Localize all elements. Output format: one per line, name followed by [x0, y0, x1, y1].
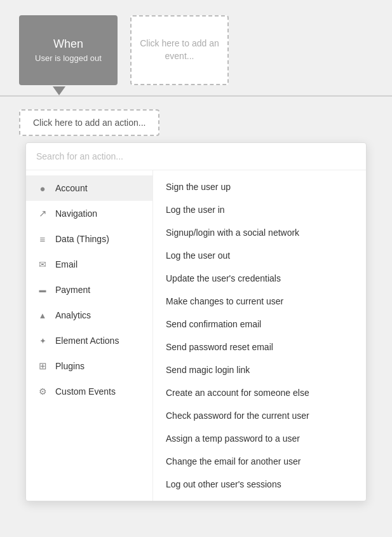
- action-item[interactable]: Log the user out: [153, 244, 366, 267]
- action-item[interactable]: Change the email for another user: [153, 450, 366, 473]
- category-label: Payment: [55, 285, 90, 295]
- category-label: Data (Things): [55, 234, 109, 244]
- when-sub-label: User is logged out: [35, 53, 102, 63]
- arrow-container: [0, 86, 392, 95]
- action-item[interactable]: Make changes to current user: [153, 290, 366, 313]
- element-icon: [36, 334, 49, 347]
- arrow-down-icon: [53, 86, 65, 95]
- action-item[interactable]: Log out other user's sessions: [153, 473, 366, 496]
- action-item[interactable]: Send password reset email: [153, 336, 366, 358]
- add-event-block[interactable]: Click here to add an event...: [130, 15, 229, 85]
- add-action-block[interactable]: Click here to add an action...: [19, 109, 159, 136]
- category-item-element-actions[interactable]: Element Actions: [26, 328, 152, 353]
- action-item[interactable]: Signup/login with a social network: [153, 221, 366, 244]
- category-label: Account: [55, 183, 88, 193]
- category-label: Navigation: [55, 208, 97, 219]
- action-item[interactable]: Check password for the current user: [153, 404, 366, 427]
- when-label: When: [53, 37, 83, 51]
- category-item-data[interactable]: Data (Things): [26, 226, 152, 252]
- category-label: Element Actions: [55, 336, 119, 346]
- category-list: Account Navigation Data (Things) Email P…: [26, 170, 153, 501]
- category-label: Email: [55, 259, 78, 269]
- data-icon: [36, 233, 49, 245]
- action-area: Click here to add an action... Account N…: [0, 97, 392, 501]
- action-item[interactable]: Assign a temp password to a user: [153, 427, 366, 450]
- action-item[interactable]: Update the user's credentials: [153, 267, 366, 290]
- category-item-plugins[interactable]: Plugins: [26, 353, 152, 379]
- plugins-icon: [36, 360, 49, 372]
- category-item-navigation[interactable]: Navigation: [26, 201, 152, 226]
- category-item-analytics[interactable]: Analytics: [26, 302, 152, 328]
- payment-icon: [36, 283, 49, 296]
- add-action-label: Click here to add an action...: [33, 118, 145, 128]
- dropdown-content: Account Navigation Data (Things) Email P…: [26, 170, 366, 501]
- action-item[interactable]: Send magic login link: [153, 358, 366, 381]
- category-item-custom-events[interactable]: Custom Events: [26, 379, 152, 404]
- canvas-area: When User is logged out Click here to ad…: [0, 0, 392, 85]
- category-label: Custom Events: [55, 386, 116, 397]
- action-item[interactable]: Log the user in: [153, 198, 366, 221]
- category-item-email[interactable]: Email: [26, 252, 152, 277]
- analytics-icon: [36, 309, 49, 322]
- category-item-account[interactable]: Account: [26, 175, 152, 201]
- add-event-label: Click here to add an event...: [132, 31, 227, 69]
- actions-list: Sign the user upLog the user inSignup/lo…: [153, 170, 366, 501]
- navigation-icon: [36, 207, 49, 220]
- email-icon: [36, 258, 49, 271]
- category-item-payment[interactable]: Payment: [26, 277, 152, 302]
- action-item[interactable]: Send confirmation email: [153, 313, 366, 336]
- category-label: Plugins: [55, 361, 84, 371]
- action-item[interactable]: Create an account for someone else: [153, 381, 366, 404]
- search-input[interactable]: [36, 151, 356, 161]
- dropdown-panel: Account Navigation Data (Things) Email P…: [25, 142, 367, 501]
- when-block: When User is logged out: [19, 15, 118, 85]
- custom-icon: [36, 385, 49, 398]
- action-item[interactable]: Sign the user up: [153, 175, 366, 198]
- search-bar: [26, 143, 366, 170]
- account-icon: [36, 182, 49, 194]
- category-label: Analytics: [55, 310, 91, 320]
